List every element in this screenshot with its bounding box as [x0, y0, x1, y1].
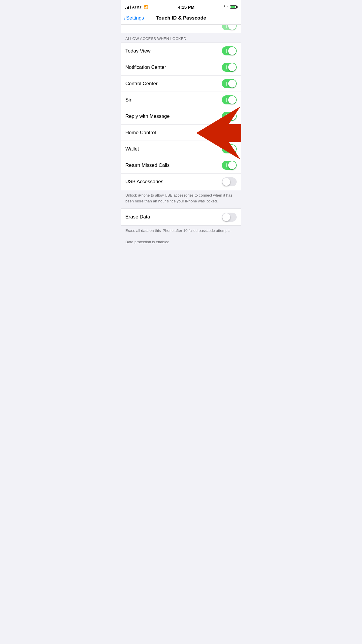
control-center-row: Control Center: [121, 76, 241, 92]
usb-accessories-footer: Unlock iPhone to allow USB accessories t…: [121, 190, 241, 209]
signal-bar-1: [125, 8, 126, 9]
toggle-line: [226, 131, 227, 135]
today-view-label: Today View: [125, 48, 151, 54]
siri-row: Siri: [121, 92, 241, 108]
signal-bar-3: [128, 6, 129, 9]
reply-with-message-toggle[interactable]: [222, 112, 237, 121]
partial-row: [121, 25, 241, 33]
battery-icon: [230, 5, 237, 9]
control-center-label: Control Center: [125, 81, 158, 87]
usb-accessories-row: USB Accessories: [121, 174, 241, 190]
svg-marker-0: [196, 107, 241, 159]
return-missed-calls-toggle[interactable]: [222, 161, 237, 170]
siri-toggle[interactable]: [222, 95, 237, 104]
toggle-line: [226, 147, 227, 151]
home-control-label: Home Control: [125, 130, 156, 136]
usb-accessories-label: USB Accessories: [125, 179, 163, 185]
home-control-row: Home Control: [121, 125, 241, 141]
erase-data-label: Erase Data: [125, 214, 150, 220]
home-control-toggle[interactable]: [222, 128, 237, 137]
toggle-line: [226, 25, 227, 28]
toggle-line: [226, 98, 227, 102]
toggle-knob: [228, 112, 236, 120]
siri-label: Siri: [125, 97, 133, 103]
allow-access-header: ALLOW ACCESS WHEN LOCKED:: [121, 33, 241, 43]
toggle-knob: [228, 145, 236, 153]
reply-with-message-label: Reply with Message: [125, 113, 170, 119]
toggle-knob: [228, 80, 236, 88]
toggle-knob: [228, 25, 236, 30]
toggle-line: [226, 65, 227, 69]
today-view-row: Today View: [121, 43, 241, 59]
notification-center-label: Notification Center: [125, 64, 166, 70]
wallet-toggle[interactable]: [222, 144, 237, 153]
signal-bars: [125, 5, 131, 9]
today-view-toggle[interactable]: [222, 46, 237, 55]
toggle-knob: [222, 178, 230, 186]
status-left: AT&T 📶: [125, 5, 148, 9]
toggle-line: [226, 82, 227, 86]
return-missed-calls-label: Return Missed Calls: [125, 162, 170, 168]
toggle-knob: [228, 129, 236, 136]
control-center-toggle[interactable]: [222, 79, 237, 88]
allow-access-list: Today View Notification Center Control C…: [121, 43, 241, 190]
erase-data-section: Erase Data: [121, 209, 241, 225]
usb-accessories-toggle[interactable]: [222, 177, 237, 186]
back-chevron-icon: ‹: [124, 15, 126, 21]
notification-center-toggle[interactable]: [222, 63, 237, 72]
status-bar: AT&T 📶 4:15 PM ⮡: [121, 0, 241, 13]
toggle-knob: [222, 213, 230, 221]
nav-bar: ‹ Settings Touch ID & Passcode: [121, 13, 241, 25]
toggle-knob: [228, 96, 236, 104]
status-time: 4:15 PM: [178, 5, 195, 10]
erase-data-toggle[interactable]: [222, 213, 237, 222]
location-icon: ⮡: [224, 5, 228, 9]
toggle-line: [226, 114, 227, 118]
toggle-knob: [228, 161, 236, 169]
return-missed-calls-row: Return Missed Calls: [121, 157, 241, 174]
status-right: ⮡: [224, 5, 237, 9]
battery-fill: [231, 6, 235, 8]
notification-center-row: Notification Center: [121, 59, 241, 76]
red-arrow-annotation: [196, 101, 241, 165]
toggle-line: [226, 49, 227, 53]
signal-bar-4: [130, 6, 131, 9]
toggle-knob: [228, 47, 236, 55]
reply-with-message-row: Reply with Message: [121, 108, 241, 125]
erase-data-footer-line2: Data protection is enabled.: [125, 239, 237, 245]
wifi-icon: 📶: [143, 5, 148, 9]
erase-data-footer: Erase all data on this iPhone after 10 f…: [121, 225, 241, 250]
page-title: Touch ID & Passcode: [156, 15, 206, 21]
signal-bar-2: [127, 7, 128, 9]
settings-allow-access-section: Today View Notification Center Control C…: [121, 43, 241, 190]
erase-data-row: Erase Data: [121, 209, 241, 225]
erase-data-footer-line1: Erase all data on this iPhone after 10 f…: [125, 228, 237, 234]
back-button[interactable]: ‹ Settings: [124, 15, 144, 21]
toggle-knob: [228, 63, 236, 71]
back-label: Settings: [126, 15, 144, 21]
toggle-line: [226, 163, 227, 167]
wallet-row: Wallet: [121, 141, 241, 157]
carrier-label: AT&T: [132, 5, 142, 9]
partial-toggle[interactable]: [222, 25, 237, 30]
wallet-label: Wallet: [125, 146, 139, 152]
